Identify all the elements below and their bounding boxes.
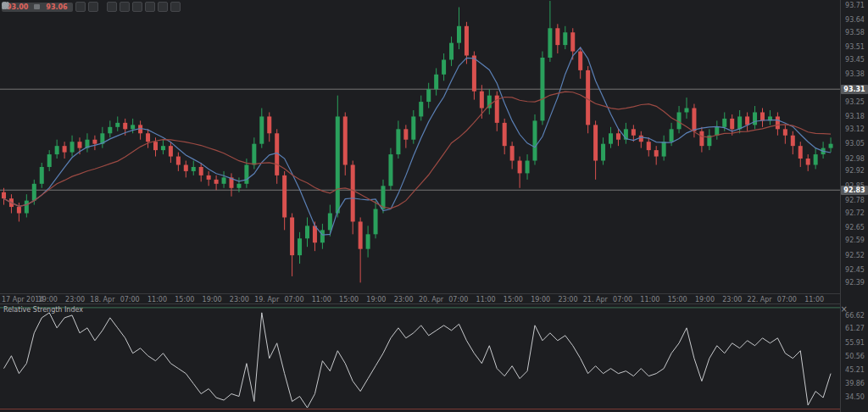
time-axis-label: 15:00 — [339, 296, 359, 303]
price-axis[interactable]: 93.7193.6493.5893.5193.4593.3893.3193.25… — [840, 0, 868, 412]
price-axis-label: 93.38 — [841, 70, 868, 78]
price-axis-label: 92.39 — [841, 279, 868, 287]
price-axis-label: 93.45 — [841, 56, 868, 64]
price-level-tag[interactable]: 93.31 — [841, 85, 868, 94]
rsi-line[interactable] — [4, 313, 832, 408]
time-axis-label: 11:00 — [804, 296, 824, 303]
rsi-axis-label: 39.86 — [841, 380, 868, 387]
time-axis-label: 21. Apr — [583, 296, 608, 303]
rsi-pane[interactable]: Relative Strength Index — [0, 303, 840, 412]
time-axis-label: 19:00 — [531, 296, 550, 303]
tag-button[interactable] — [145, 2, 155, 12]
time-axis-label: 11:00 — [312, 296, 331, 303]
quote-widget[interactable]: 93.00 93.06 — [2, 3, 73, 12]
price-axis-label: 93.51 — [841, 43, 868, 51]
candles-layer — [2, 1, 833, 282]
grid-button[interactable] — [132, 2, 142, 12]
price-axis-label: 92.98 — [841, 155, 868, 163]
time-axis-label: 22. Apr — [748, 296, 772, 303]
slow-ma-line[interactable] — [4, 92, 832, 209]
time-axis-label: 07:00 — [284, 296, 303, 303]
time-axis-label: 15:00 — [668, 296, 687, 303]
price-chart-pane[interactable] — [0, 0, 840, 293]
price-axis-label: 93.64 — [841, 16, 868, 24]
time-axis-label: 07:00 — [613, 296, 632, 303]
price-axis-label: 92.52 — [841, 252, 868, 259]
time-axis-label: 11:00 — [640, 296, 659, 303]
time-axis-label: 20. Apr — [419, 296, 443, 303]
draw-button[interactable] — [170, 2, 181, 12]
rsi-chart[interactable] — [0, 304, 840, 412]
price-axis-label: 92.92 — [841, 167, 868, 175]
time-axis-label: 19:00 — [366, 296, 386, 303]
price-axis-label: 92.72 — [841, 209, 868, 217]
time-axis-label: 19. Apr — [254, 296, 279, 303]
price-axis-label: 93.71 — [841, 2, 868, 9]
price-level-tag[interactable]: 92.83 — [841, 186, 868, 195]
time-axis-label: 15:00 — [175, 296, 194, 303]
crosshair-button[interactable] — [107, 2, 117, 12]
price-axis-label: 93.18 — [841, 113, 868, 120]
ask-price[interactable]: 93.06 — [46, 3, 67, 12]
time-axis-label: 11:00 — [147, 296, 167, 303]
price-axis-label: 93.05 — [841, 140, 868, 148]
rsi-axis-label: 61.27 — [841, 325, 868, 332]
rsi-close-icon[interactable]: × — [841, 305, 848, 314]
time-axis-label: 23:00 — [558, 296, 577, 303]
price-axis-label: 92.65 — [841, 224, 868, 231]
share-button[interactable] — [158, 2, 168, 12]
price-axis-label: 92.78 — [841, 197, 868, 204]
bid-price[interactable]: 93.00 — [7, 3, 28, 12]
spread-indicator-icon — [34, 4, 40, 9]
fast-ma-line[interactable] — [4, 47, 832, 235]
time-axis-label: 07:00 — [448, 296, 468, 303]
rsi-axis-label: 50.56 — [841, 353, 868, 360]
chart-toolbar: 93.00 93.06 — [2, 2, 181, 12]
chart-type-button[interactable] — [120, 2, 130, 12]
time-axis-label: 18. Apr — [90, 296, 114, 303]
time-axis-label: 15:00 — [504, 296, 523, 303]
time-axis-label: 11:00 — [476, 296, 496, 303]
rsi-axis-label: 45.21 — [841, 366, 868, 374]
time-axis-label: 23:00 — [722, 296, 742, 303]
rsi-axis-label: 55.91 — [841, 339, 868, 347]
zoom-in-button[interactable] — [75, 2, 86, 12]
time-axis-label: 19:00 — [38, 296, 58, 303]
price-axis-label: 92.45 — [841, 266, 868, 274]
zoom-out-button[interactable] — [88, 2, 98, 12]
time-axis-label: 07:00 — [120, 296, 140, 303]
time-axis-label: 23:00 — [394, 296, 414, 303]
rsi-title: Relative Strength Index — [3, 306, 83, 314]
price-axis-label: 93.12 — [841, 125, 868, 133]
price-axis-label: 93.25 — [841, 98, 868, 106]
pencil-icon — [2, 2, 9, 9]
time-axis-label: 23:00 — [230, 296, 249, 303]
price-axis-label: 93.58 — [841, 29, 868, 36]
trading-chart-window: 17 Apr 201419:0023:0018. Apr07:0011:0015… — [0, 0, 868, 412]
time-axis-label: 07:00 — [777, 296, 797, 303]
time-axis-label: 23:00 — [65, 296, 85, 303]
candlestick-chart[interactable] — [0, 0, 840, 293]
rsi-axis-label: 34.50 — [841, 393, 868, 401]
price-axis-label: 92.59 — [841, 237, 868, 244]
time-axis-label: 19:00 — [203, 296, 222, 303]
time-axis-label: 19:00 — [695, 296, 715, 303]
